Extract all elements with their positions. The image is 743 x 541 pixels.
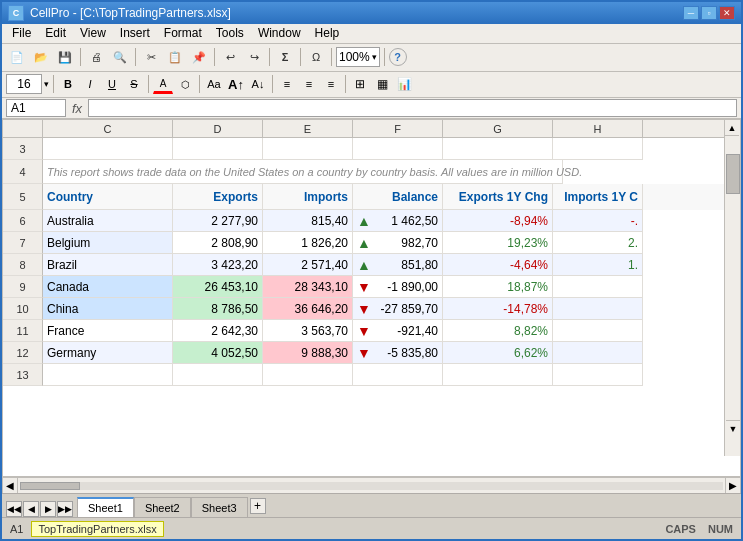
open-button[interactable]: 📂	[30, 46, 52, 68]
align-right-button[interactable]: ≡	[321, 74, 341, 94]
header-imports[interactable]: Imports	[263, 184, 353, 210]
cell-impchg-8[interactable]: 1.	[553, 254, 643, 276]
underline-button[interactable]: U	[102, 74, 122, 94]
bold-button[interactable]: B	[58, 74, 78, 94]
prev-sheet-button[interactable]: ◀	[23, 501, 39, 517]
cell-c4[interactable]: This report shows trade data on the Unit…	[43, 160, 563, 184]
highlight-button[interactable]: ⬡	[175, 74, 195, 94]
add-sheet-button[interactable]: +	[250, 498, 266, 514]
cell-imports-9[interactable]: 28 343,10	[263, 276, 353, 298]
cell-imports-10[interactable]: 36 646,20	[263, 298, 353, 320]
cell-impchg-10[interactable]	[553, 298, 643, 320]
italic-button[interactable]: I	[80, 74, 100, 94]
menu-edit[interactable]: Edit	[39, 24, 72, 42]
header-balance[interactable]: Balance	[353, 184, 443, 210]
cell-exports-6[interactable]: 2 277,90	[173, 210, 263, 232]
cell-e3[interactable]	[263, 138, 353, 160]
menu-tools[interactable]: Tools	[210, 24, 250, 42]
cell-balance-9[interactable]: ▼ -1 890,00	[353, 276, 443, 298]
close-button[interactable]: ✕	[719, 6, 735, 20]
cell-balance-10[interactable]: ▼ -27 859,70	[353, 298, 443, 320]
cell-country-12[interactable]: Germany	[43, 342, 173, 364]
cell-impchg-9[interactable]	[553, 276, 643, 298]
header-exports[interactable]: Exports	[173, 184, 263, 210]
undo-button[interactable]: ↩	[219, 46, 241, 68]
align-left-button[interactable]: ≡	[277, 74, 297, 94]
cut-button[interactable]: ✂	[140, 46, 162, 68]
scroll-right-button[interactable]: ▶	[725, 478, 741, 494]
header-country[interactable]: Country	[43, 184, 173, 210]
scroll-up-button[interactable]: ▲	[725, 120, 739, 136]
cell-e13[interactable]	[263, 364, 353, 386]
cell-imports-8[interactable]: 2 571,40	[263, 254, 353, 276]
help-button[interactable]: ?	[389, 48, 407, 66]
cell-imports-6[interactable]: 815,40	[263, 210, 353, 232]
restore-button[interactable]: ▫	[701, 6, 717, 20]
menu-file[interactable]: File	[6, 24, 37, 42]
col-header-g[interactable]: G	[443, 120, 553, 137]
decrease-font-button[interactable]: A↓	[248, 74, 268, 94]
menu-view[interactable]: View	[74, 24, 112, 42]
insert-symbol-button[interactable]: Ω	[305, 46, 327, 68]
cell-g13[interactable]	[443, 364, 553, 386]
cell-imports-7[interactable]: 1 826,20	[263, 232, 353, 254]
cell-expchg-10[interactable]: -14,78%	[443, 298, 553, 320]
cell-reference-box[interactable]: A1	[6, 99, 66, 117]
save-button[interactable]: 💾	[54, 46, 76, 68]
cell-balance-12[interactable]: ▼ -5 835,80	[353, 342, 443, 364]
cell-exports-10[interactable]: 8 786,50	[173, 298, 263, 320]
cell-f13[interactable]	[353, 364, 443, 386]
sum-button[interactable]: Σ	[274, 46, 296, 68]
cell-balance-8[interactable]: ▲ 851,80	[353, 254, 443, 276]
horizontal-scrollbar[interactable]: ◀ ▶	[2, 477, 741, 493]
cell-country-6[interactable]: Australia	[43, 210, 173, 232]
menu-insert[interactable]: Insert	[114, 24, 156, 42]
font-color-button[interactable]: A	[153, 74, 173, 94]
cell-g3[interactable]	[443, 138, 553, 160]
new-button[interactable]: 📄	[6, 46, 28, 68]
menu-help[interactable]: Help	[309, 24, 346, 42]
tab-sheet2[interactable]: Sheet2	[134, 497, 191, 517]
scroll-thumb[interactable]	[726, 154, 740, 194]
borders-button[interactable]: ⊞	[350, 74, 370, 94]
last-sheet-button[interactable]: ▶▶	[57, 501, 73, 517]
font-name-button[interactable]: Aa	[204, 74, 224, 94]
cell-country-9[interactable]: Canada	[43, 276, 173, 298]
next-sheet-button[interactable]: ▶	[40, 501, 56, 517]
cell-impchg-7[interactable]: 2.	[553, 232, 643, 254]
cell-country-7[interactable]: Belgium	[43, 232, 173, 254]
cell-d13[interactable]	[173, 364, 263, 386]
paste-button[interactable]: 📌	[188, 46, 210, 68]
cell-expchg-9[interactable]: 18,87%	[443, 276, 553, 298]
strikethrough-button[interactable]: S	[124, 74, 144, 94]
cell-c3[interactable]	[43, 138, 173, 160]
cell-h13[interactable]	[553, 364, 643, 386]
cell-c13[interactable]	[43, 364, 173, 386]
col-header-f[interactable]: F	[353, 120, 443, 137]
cell-h3[interactable]	[553, 138, 643, 160]
cell-exports-9[interactable]: 26 453,10	[173, 276, 263, 298]
cell-expchg-12[interactable]: 6,62%	[443, 342, 553, 364]
align-center-button[interactable]: ≡	[299, 74, 319, 94]
col-header-h[interactable]: H	[553, 120, 643, 137]
scroll-down-button[interactable]: ▼	[726, 420, 740, 436]
cell-country-8[interactable]: Brazil	[43, 254, 173, 276]
tab-sheet1[interactable]: Sheet1	[77, 497, 134, 517]
cell-balance-11[interactable]: ▼ -921,40	[353, 320, 443, 342]
cell-impchg-6[interactable]: -.	[553, 210, 643, 232]
minimize-button[interactable]: ─	[683, 6, 699, 20]
scroll-thumb-h[interactable]	[20, 482, 80, 490]
cell-balance-6[interactable]: ▲ 1 462,50	[353, 210, 443, 232]
cell-impchg-11[interactable]	[553, 320, 643, 342]
menu-format[interactable]: Format	[158, 24, 208, 42]
menu-window[interactable]: Window	[252, 24, 307, 42]
cell-exports-8[interactable]: 3 423,20	[173, 254, 263, 276]
header-exports-chg[interactable]: Exports 1Y Chg	[443, 184, 553, 210]
vertical-scrollbar[interactable]: ▲ ▼	[724, 120, 740, 456]
cell-d3[interactable]	[173, 138, 263, 160]
cell-imports-12[interactable]: 9 888,30	[263, 342, 353, 364]
formula-input[interactable]	[88, 99, 737, 117]
copy-button[interactable]: 📋	[164, 46, 186, 68]
cell-f3[interactable]	[353, 138, 443, 160]
cell-impchg-12[interactable]	[553, 342, 643, 364]
